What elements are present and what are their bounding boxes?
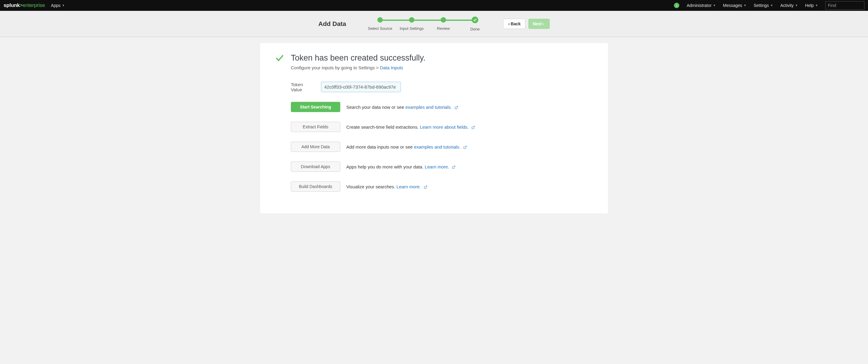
info-icon[interactable]: i (674, 3, 679, 8)
chevron-left-icon: ‹ (508, 21, 510, 26)
global-search[interactable] (825, 1, 864, 10)
back-button[interactable]: ‹ Back (503, 19, 525, 29)
wizard-step-review: Review (428, 17, 459, 31)
chevron-down-icon: ▼ (770, 4, 773, 7)
apps-menu[interactable]: Apps ▼ (51, 3, 65, 8)
search-input[interactable] (828, 3, 868, 8)
activity-menu[interactable]: Activity ▼ (780, 3, 798, 8)
wizard-step-input-settings: Input Settings (396, 17, 428, 31)
action-start-searching: Start Searching Search your data now or … (291, 102, 593, 112)
examples-link[interactable]: examples and tutorials. (405, 104, 452, 110)
external-link-icon (452, 165, 456, 169)
step-dot-done (472, 17, 478, 23)
settings-menu[interactable]: Settings ▼ (754, 3, 773, 8)
add-more-data-button[interactable]: Add More Data (291, 142, 340, 152)
token-label: Token Value (291, 82, 315, 92)
main-panel: Token has been created successfully. Con… (260, 43, 608, 213)
chevron-down-icon: ▼ (713, 4, 716, 7)
step-dot (441, 17, 446, 23)
success-title: Token has been created successfully. (291, 53, 426, 63)
brand-enterprise: enterprise (23, 2, 45, 8)
step-dot (409, 17, 414, 23)
brand-logo[interactable]: splunk>enterprise (4, 2, 45, 8)
messages-menu[interactable]: Messages ▼ (723, 3, 747, 8)
start-searching-button[interactable]: Start Searching (291, 102, 340, 112)
download-apps-button[interactable]: Download Apps (291, 161, 340, 172)
page-title: Add Data (318, 20, 346, 27)
chevron-right-icon: › (543, 21, 544, 26)
examples-link-2[interactable]: examples and tutorials. (414, 144, 460, 149)
action-add-more-data: Add More Data Add more data inputs now o… (291, 142, 593, 152)
token-row: Token Value (291, 82, 593, 92)
administrator-menu[interactable]: Administrator ▼ (687, 3, 715, 8)
success-subtitle: Configure your inputs by going to Settin… (291, 65, 426, 70)
step-dot (377, 17, 383, 23)
external-link-icon (471, 126, 475, 129)
learn-dashboards-link[interactable]: Learn more. (396, 184, 421, 189)
actions-section: Start Searching Search your data now or … (291, 102, 593, 192)
wizard-steps: Select Source Input Settings Review Done (364, 17, 491, 31)
external-link-icon (455, 106, 458, 110)
action-extract-fields: Extract Fields Create search-time field … (291, 122, 593, 132)
chevron-down-icon: ▼ (795, 4, 798, 7)
brand-chevron: > (20, 2, 23, 8)
token-value-input[interactable] (321, 82, 401, 92)
wizard-step-done: Done (459, 17, 491, 31)
next-button[interactable]: Next › (528, 19, 550, 29)
checkmark-icon (275, 53, 284, 63)
chevron-down-icon: ▼ (62, 4, 65, 7)
action-download-apps: Download Apps Apps help you do more with… (291, 161, 593, 172)
top-nav: splunk>enterprise Apps ▼ i Administrator… (0, 0, 868, 11)
wizard-step-select-source: Select Source (364, 17, 396, 31)
wizard-line (380, 20, 475, 21)
action-build-dashboards: Build Dashboards Visualize your searches… (291, 181, 593, 192)
chevron-down-icon: ▼ (815, 4, 818, 7)
learn-fields-link[interactable]: Learn more about fields. (420, 124, 469, 129)
external-link-icon (463, 146, 467, 149)
data-inputs-link[interactable]: Data Inputs (380, 65, 403, 70)
build-dashboards-button[interactable]: Build Dashboards (291, 181, 340, 192)
help-menu[interactable]: Help ▼ (805, 3, 818, 8)
chevron-down-icon: ▼ (744, 4, 747, 7)
wizard-header: Add Data Select Source Input Settings Re… (0, 11, 868, 37)
external-link-icon (424, 185, 427, 189)
learn-apps-link[interactable]: Learn more. (425, 164, 449, 169)
brand-splunk: splunk (4, 2, 20, 8)
extract-fields-button[interactable]: Extract Fields (291, 122, 340, 132)
